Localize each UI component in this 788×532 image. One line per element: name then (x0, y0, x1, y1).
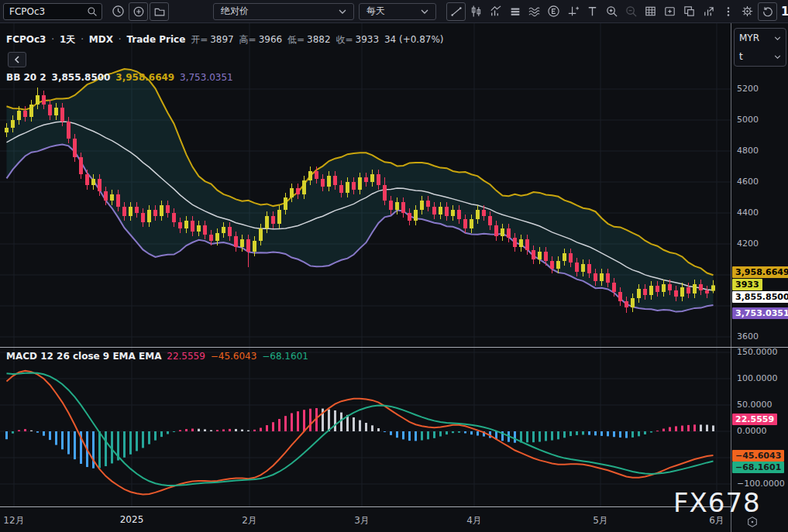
time-tick: 2025 (120, 514, 144, 525)
add-alert-icon[interactable] (564, 3, 582, 20)
reset-chart-icon[interactable] (758, 2, 777, 21)
symbol-search-input[interactable] (8, 5, 87, 18)
price-tick: 4800 (737, 146, 759, 156)
snapshot-icon[interactable] (661, 3, 679, 20)
more-options-icon[interactable] (719, 3, 737, 20)
open-value: 3897 (210, 34, 234, 45)
separator-dot: · (119, 34, 122, 45)
time-tick: 5月 (593, 514, 608, 527)
time-tick: 3月 (354, 514, 370, 527)
macd-tick: 100.0000 (737, 373, 778, 383)
search-icon[interactable] (87, 6, 98, 17)
symbol-legend: FCPOc3 · 1天 · MDX · Trade Price 开=3897 高… (6, 33, 446, 46)
time-scale[interactable]: 12月20252月3月4月5月6月 (0, 506, 788, 532)
chart-region: FCPOc3 · 1天 · MDX · Trade Price 开=3897 高… (0, 23, 788, 532)
separator-dot: · (81, 34, 84, 45)
price-badge: 3,753.0351 (732, 307, 788, 319)
window-layout-icon[interactable] (680, 3, 698, 20)
low-value: 3882 (307, 34, 331, 45)
currency-dropdown[interactable]: MYR (735, 29, 786, 47)
watermark: FX678 (673, 487, 761, 518)
table-icon[interactable] (642, 3, 659, 20)
e-circle-icon[interactable] (545, 3, 563, 20)
open-label: 开= (191, 34, 208, 45)
price-badge: 3,958.6649 (732, 266, 788, 278)
change-value: 34 (+0.87%) (384, 34, 444, 45)
chevron-down-icon (339, 9, 346, 14)
macd-indicator-legend[interactable]: MACD 12 26 close 9 EMA EMA 22.5559 −45.6… (6, 351, 311, 362)
waves-icon[interactable] (525, 3, 543, 20)
macd-tick: 150.0000 (737, 347, 778, 357)
symbol-exchange: MDX (89, 34, 113, 45)
folder-icon[interactable] (150, 2, 169, 21)
pane-separator[interactable] (0, 347, 788, 348)
macd-tick: 50.0000 (737, 400, 773, 410)
macd-pane-chart[interactable] (0, 348, 731, 506)
price-tick: 3600 (737, 331, 759, 342)
interval-label: 每天 (366, 5, 385, 18)
text-tool-icon[interactable] (583, 3, 601, 20)
macd-signal-value: −68.1601 (262, 351, 308, 362)
close-label: 收= (336, 34, 353, 45)
candle-style-icon[interactable] (467, 3, 485, 20)
collapse-legend-button[interactable] (8, 52, 26, 67)
tradingview-logo[interactable]: 17 (781, 5, 788, 19)
price-tick: 4600 (737, 177, 759, 187)
price-tick: 4200 (737, 239, 759, 249)
close-value: 3933 (356, 34, 380, 45)
trading-chart-app: 绝对价 每天 (0, 0, 788, 532)
symbol-name[interactable]: FCPOc3 (6, 34, 46, 45)
bb-lower-value: 3,753.0351 (180, 72, 233, 83)
interval-dropdown[interactable]: 每天 (359, 3, 436, 20)
chevron-down-icon (421, 9, 428, 14)
indicators-icon[interactable] (487, 3, 504, 20)
macd-badge: 22.5559 (732, 414, 777, 425)
price-tick: 5000 (737, 115, 759, 125)
macd-badge: −45.6043 (732, 450, 784, 462)
time-tick: 4月 (466, 514, 482, 527)
currency-unit-box: MYR t (734, 28, 786, 67)
price-badge: 3933 (732, 279, 762, 290)
macd-hist-value: 22.5559 (167, 351, 205, 362)
price-mode-label: 绝对价 (221, 5, 249, 18)
bb-basis-value: 3,855.8500 (52, 72, 111, 83)
trendline-tool-icon[interactable] (446, 2, 466, 21)
macd-badge: −68.1601 (732, 462, 784, 473)
history-clock-icon[interactable] (109, 3, 127, 20)
macd-tick: 0.0000 (737, 426, 767, 436)
time-tick: 12月 (3, 514, 24, 527)
currency-label: MYR (739, 33, 759, 43)
price-scale[interactable]: MYR t 52005000480046004400420036003,958.… (731, 23, 788, 532)
chevron-down-icon (774, 55, 781, 59)
price-tick: 4400 (737, 208, 759, 218)
low-label: 低= (287, 34, 305, 45)
unit-dropdown[interactable]: t (735, 47, 786, 66)
unit-label: t (739, 51, 743, 62)
chevron-left-icon (14, 56, 20, 63)
zoom-out-icon (622, 3, 640, 20)
zoom-in-icon[interactable] (603, 3, 621, 20)
price-tick: 5200 (737, 84, 759, 94)
price-mode-dropdown[interactable]: 绝对价 (213, 3, 354, 20)
compare-add-icon[interactable] (129, 2, 148, 21)
high-value: 3966 (259, 34, 283, 45)
separator-dot: · (51, 34, 54, 45)
bb-upper-value: 3,958.6649 (115, 72, 174, 83)
time-tick: 2月 (242, 514, 257, 527)
high-label: 高= (239, 34, 256, 45)
chevron-down-icon (774, 36, 781, 40)
symbol-interval[interactable]: 1天 (60, 34, 75, 45)
export-chart-icon[interactable] (700, 3, 717, 20)
macd-title: MACD 12 26 close 9 EMA EMA (6, 351, 161, 362)
top-toolbar: 绝对价 每天 (0, 0, 788, 23)
price-badge: 3,855.8500 (732, 291, 788, 303)
layout-rows-icon[interactable] (506, 3, 524, 20)
settings-gear-icon[interactable] (738, 3, 756, 20)
symbol-search[interactable] (3, 3, 102, 20)
bb-indicator-legend[interactable]: BB 20 2 3,855.8500 3,958.6649 3,753.0351 (6, 72, 236, 83)
macd-line-value: −45.6043 (211, 351, 257, 362)
price-type: Trade Price (126, 34, 185, 45)
bb-title: BB 20 2 (6, 72, 46, 83)
